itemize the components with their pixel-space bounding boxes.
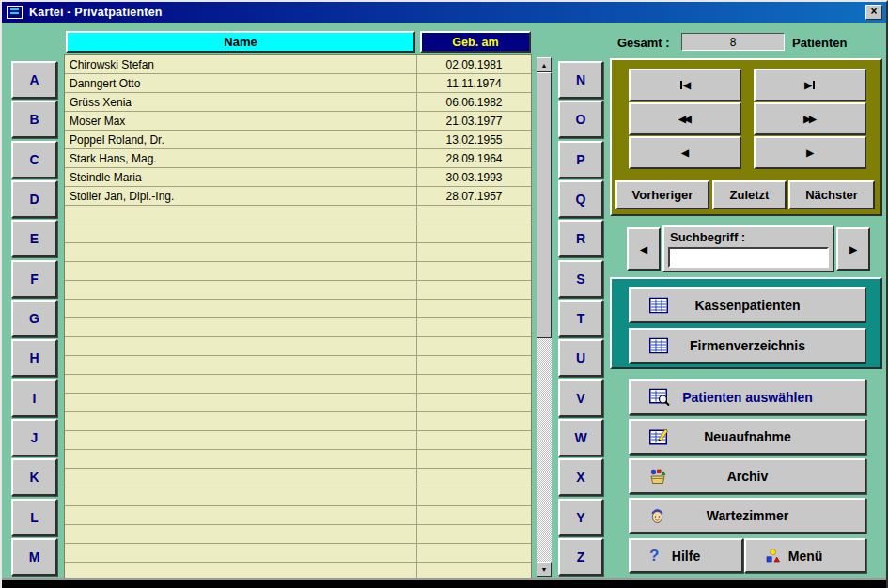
- table-row[interactable]: [65, 394, 531, 412]
- table-row[interactable]: Stark Hans, Mag.28.09.1964: [65, 149, 531, 168]
- alpha-button-i[interactable]: I: [11, 379, 57, 417]
- table-row[interactable]: [65, 506, 531, 525]
- alpha-button-a[interactable]: A: [11, 61, 57, 99]
- table-row[interactable]: [65, 450, 531, 469]
- table-row[interactable]: Grüss Xenia06.06.1982: [65, 93, 531, 112]
- table-pencil-icon: [649, 428, 670, 446]
- table-row[interactable]: [65, 318, 531, 337]
- alpha-button-z[interactable]: Z: [558, 538, 603, 576]
- table-row[interactable]: [65, 300, 531, 318]
- alpha-button-h[interactable]: H: [11, 339, 57, 377]
- scroll-up-icon[interactable]: ▲: [537, 57, 552, 72]
- alpha-button-m[interactable]: M: [11, 538, 57, 576]
- next-record-arrow-button[interactable]: ▶: [754, 136, 866, 169]
- alpha-button-t[interactable]: T: [558, 300, 603, 337]
- search-previous-button[interactable]: ◀: [627, 227, 661, 271]
- next-button[interactable]: Nächster: [788, 180, 875, 209]
- patient-birthdate-cell: 28.09.1964: [416, 149, 531, 167]
- firmenverzeichnis-button[interactable]: Firmenverzeichnis: [629, 328, 866, 364]
- search-next-button[interactable]: ▶: [836, 227, 870, 271]
- alpha-button-v[interactable]: V: [558, 379, 603, 417]
- table-row[interactable]: Stoller Jan, Dipl.-Ing.28.07.1957: [65, 187, 531, 206]
- table-row[interactable]: [65, 262, 531, 281]
- alpha-button-j[interactable]: J: [11, 419, 57, 456]
- previous-button[interactable]: Vorheriger: [615, 180, 709, 209]
- patient-name-cell: [65, 281, 416, 299]
- patient-birthdate-cell: 11.11.1974: [416, 74, 531, 92]
- alpha-button-q[interactable]: Q: [558, 180, 603, 218]
- table-row[interactable]: [65, 281, 531, 300]
- last-button[interactable]: Zuletzt: [712, 180, 787, 209]
- ledger-icon: [649, 338, 668, 354]
- table-row[interactable]: Danngert Otto11.11.1974: [65, 74, 531, 93]
- select-patient-button[interactable]: Patienten auswählen: [629, 379, 866, 415]
- alpha-button-y[interactable]: Y: [558, 499, 603, 536]
- patient-birthdate-cell: [416, 318, 531, 336]
- archive-button[interactable]: Archiv: [629, 458, 866, 494]
- fast-next-button[interactable]: ▶▶: [754, 102, 866, 135]
- last-record-button[interactable]: ▶: [754, 69, 866, 101]
- search-input[interactable]: [668, 247, 829, 268]
- patient-name-cell: [65, 206, 416, 224]
- scroll-down-icon[interactable]: ▼: [537, 562, 552, 577]
- help-button[interactable]: ? Hilfe: [629, 538, 743, 573]
- patient-name-cell: [65, 318, 416, 336]
- alpha-button-l[interactable]: L: [11, 499, 57, 536]
- menu-button[interactable]: Menü: [744, 538, 866, 573]
- table-row[interactable]: [65, 525, 531, 544]
- table-row[interactable]: [65, 356, 531, 375]
- alpha-button-x[interactable]: X: [558, 458, 603, 496]
- scrollbar-thumb[interactable]: [537, 72, 552, 338]
- column-header-name: Name: [66, 31, 415, 53]
- table-row[interactable]: [65, 224, 531, 243]
- table-row[interactable]: [65, 206, 531, 224]
- table-row[interactable]: [65, 487, 531, 506]
- patient-birthdate-cell: [416, 563, 531, 579]
- table-row[interactable]: [65, 412, 531, 431]
- alpha-button-u[interactable]: U: [558, 339, 603, 377]
- table-row[interactable]: [65, 563, 531, 579]
- table-row[interactable]: [65, 375, 531, 394]
- table-row[interactable]: Poppel Roland, Dr.13.02.1955: [65, 131, 531, 149]
- table-row[interactable]: Chirowski Stefan02.09.1981: [65, 55, 531, 74]
- alpha-button-d[interactable]: D: [11, 180, 57, 218]
- alpha-button-s[interactable]: S: [558, 260, 603, 298]
- total-label: Gesamt :: [617, 36, 670, 50]
- table-row[interactable]: [65, 431, 531, 450]
- previous-record-arrow-button[interactable]: ◀: [629, 136, 741, 169]
- patient-table[interactable]: Chirowski Stefan02.09.1981Danngert Otto1…: [64, 54, 532, 579]
- search-panel: Suchbegriff :: [662, 225, 834, 272]
- patient-birthdate-cell: [416, 431, 531, 449]
- table-row[interactable]: [65, 469, 531, 487]
- table-row[interactable]: [65, 337, 531, 356]
- alpha-button-w[interactable]: W: [558, 419, 603, 456]
- alpha-button-c[interactable]: C: [11, 141, 57, 178]
- alpha-button-p[interactable]: P: [558, 141, 603, 178]
- select-patient-label: Patienten auswählen: [682, 390, 812, 405]
- patient-birthdate-cell: [416, 356, 531, 374]
- alpha-button-n[interactable]: N: [558, 61, 603, 99]
- alpha-button-r[interactable]: R: [558, 220, 603, 257]
- alpha-button-b[interactable]: B: [11, 101, 57, 138]
- new-patient-button[interactable]: Neuaufnahme: [629, 419, 866, 455]
- table-row[interactable]: [65, 243, 531, 262]
- alpha-button-f[interactable]: F: [11, 260, 57, 298]
- table-scrollbar[interactable]: ▲ ▼: [537, 57, 552, 577]
- waiting-room-button[interactable]: Wartezimmer: [629, 498, 866, 534]
- table-row[interactable]: Moser Max21.03.1977: [65, 112, 531, 131]
- alpha-button-e[interactable]: E: [11, 220, 57, 257]
- kassenpatienten-button[interactable]: Kassenpatienten: [629, 287, 866, 323]
- alpha-button-g[interactable]: G: [11, 300, 57, 337]
- fast-previous-button[interactable]: ◀◀: [629, 102, 741, 135]
- alpha-button-k[interactable]: K: [11, 458, 57, 496]
- search-previous-icon: ◀: [640, 244, 647, 255]
- patient-name-cell: [65, 431, 416, 449]
- patient-birthdate-cell: [416, 506, 531, 524]
- patient-name-cell: [65, 412, 416, 430]
- table-row[interactable]: Steindle Maria30.03.1993: [65, 168, 531, 187]
- close-button[interactable]: ×: [865, 5, 882, 20]
- patient-name-cell: Grüss Xenia: [65, 93, 416, 111]
- table-row[interactable]: [65, 544, 531, 563]
- first-record-button[interactable]: ◀: [629, 69, 741, 101]
- alpha-button-o[interactable]: O: [558, 101, 603, 138]
